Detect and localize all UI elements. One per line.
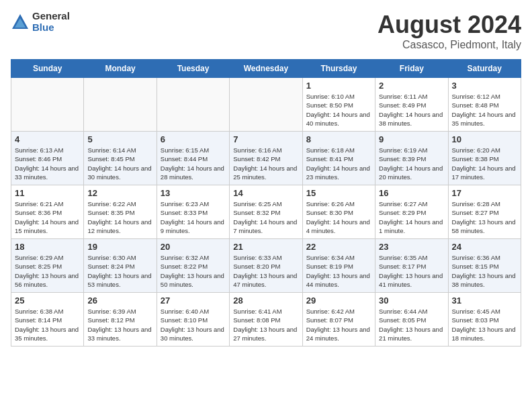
calendar-cell: 22Sunrise: 6:34 AM Sunset: 8:19 PM Dayli… (302, 239, 375, 293)
calendar-cell: 18Sunrise: 6:29 AM Sunset: 8:25 PM Dayli… (11, 239, 84, 293)
calendar-week-row-2: 11Sunrise: 6:21 AM Sunset: 8:36 PM Dayli… (11, 185, 521, 239)
calendar-cell: 12Sunrise: 6:22 AM Sunset: 8:35 PM Dayli… (84, 185, 157, 239)
day-number: 22 (306, 242, 371, 252)
calendar-week-row-1: 4Sunrise: 6:13 AM Sunset: 8:46 PM Daylig… (11, 132, 521, 185)
calendar-cell: 3Sunrise: 6:12 AM Sunset: 8:48 PM Daylig… (448, 78, 521, 132)
day-number: 14 (233, 188, 298, 198)
calendar-cell: 25Sunrise: 6:38 AM Sunset: 8:14 PM Dayli… (11, 293, 84, 347)
day-info: Sunrise: 6:15 AM Sunset: 8:44 PM Dayligh… (161, 146, 226, 181)
day-info: Sunrise: 6:14 AM Sunset: 8:45 PM Dayligh… (87, 146, 152, 181)
calendar-cell: 11Sunrise: 6:21 AM Sunset: 8:36 PM Dayli… (11, 185, 84, 239)
day-info: Sunrise: 6:18 AM Sunset: 8:41 PM Dayligh… (306, 146, 371, 181)
calendar-cell: 19Sunrise: 6:30 AM Sunset: 8:24 PM Dayli… (84, 239, 157, 293)
day-number: 31 (452, 295, 517, 306)
calendar-cell (230, 78, 302, 132)
day-info: Sunrise: 6:41 AM Sunset: 8:08 PM Dayligh… (233, 307, 298, 342)
day-info: Sunrise: 6:36 AM Sunset: 8:15 PM Dayligh… (452, 253, 517, 289)
calendar-cell: 15Sunrise: 6:26 AM Sunset: 8:30 PM Dayli… (302, 185, 375, 239)
day-number: 27 (161, 295, 226, 306)
day-info: Sunrise: 6:25 AM Sunset: 8:32 PM Dayligh… (233, 199, 298, 235)
calendar-cell: 5Sunrise: 6:14 AM Sunset: 8:45 PM Daylig… (84, 132, 157, 185)
day-number: 23 (379, 242, 444, 252)
day-info: Sunrise: 6:11 AM Sunset: 8:49 PM Dayligh… (379, 92, 444, 128)
calendar-cell: 10Sunrise: 6:20 AM Sunset: 8:38 PM Dayli… (448, 132, 521, 185)
day-info: Sunrise: 6:12 AM Sunset: 8:48 PM Dayligh… (452, 92, 517, 128)
day-number: 1 (306, 81, 371, 91)
day-info: Sunrise: 6:28 AM Sunset: 8:27 PM Dayligh… (452, 199, 517, 235)
day-info: Sunrise: 6:27 AM Sunset: 8:29 PM Dayligh… (379, 199, 444, 235)
day-number: 16 (379, 188, 444, 198)
day-info: Sunrise: 6:13 AM Sunset: 8:46 PM Dayligh… (15, 146, 80, 181)
day-info: Sunrise: 6:34 AM Sunset: 8:19 PM Dayligh… (306, 253, 371, 289)
day-number: 20 (161, 242, 226, 252)
weekday-header-saturday: Saturday (448, 60, 521, 78)
calendar-cell: 28Sunrise: 6:41 AM Sunset: 8:08 PM Dayli… (230, 293, 302, 347)
day-info: Sunrise: 6:19 AM Sunset: 8:39 PM Dayligh… (379, 146, 444, 181)
weekday-header-thursday: Thursday (302, 60, 375, 78)
calendar-cell: 21Sunrise: 6:33 AM Sunset: 8:20 PM Dayli… (230, 239, 302, 293)
day-info: Sunrise: 6:33 AM Sunset: 8:20 PM Dayligh… (233, 253, 298, 289)
calendar-cell: 17Sunrise: 6:28 AM Sunset: 8:27 PM Dayli… (448, 185, 521, 239)
calendar-cell: 8Sunrise: 6:18 AM Sunset: 8:41 PM Daylig… (302, 132, 375, 185)
day-number: 25 (15, 295, 80, 306)
calendar-cell: 20Sunrise: 6:32 AM Sunset: 8:22 PM Dayli… (157, 239, 229, 293)
day-number: 18 (15, 242, 80, 252)
calendar-cell: 26Sunrise: 6:39 AM Sunset: 8:12 PM Dayli… (84, 293, 157, 347)
day-info: Sunrise: 6:16 AM Sunset: 8:42 PM Dayligh… (233, 146, 298, 181)
day-number: 8 (306, 134, 371, 144)
day-info: Sunrise: 6:20 AM Sunset: 8:38 PM Dayligh… (452, 146, 517, 181)
day-info: Sunrise: 6:23 AM Sunset: 8:33 PM Dayligh… (161, 199, 226, 235)
calendar-cell: 13Sunrise: 6:23 AM Sunset: 8:33 PM Dayli… (157, 185, 229, 239)
day-number: 21 (233, 242, 298, 252)
calendar-subtitle: Casasco, Piedmont, Italy (378, 39, 521, 51)
logo-general-text: General (32, 11, 70, 22)
calendar-cell: 4Sunrise: 6:13 AM Sunset: 8:46 PM Daylig… (11, 132, 84, 185)
calendar-header: SundayMondayTuesdayWednesdayThursdayFrid… (11, 60, 521, 78)
day-number: 2 (379, 81, 444, 91)
calendar-cell (157, 78, 229, 132)
day-number: 3 (452, 81, 517, 91)
calendar-week-row-4: 25Sunrise: 6:38 AM Sunset: 8:14 PM Dayli… (11, 293, 521, 347)
day-info: Sunrise: 6:10 AM Sunset: 8:50 PM Dayligh… (306, 92, 371, 128)
calendar-cell: 31Sunrise: 6:45 AM Sunset: 8:03 PM Dayli… (448, 293, 521, 347)
calendar-cell (11, 78, 84, 132)
calendar-cell: 2Sunrise: 6:11 AM Sunset: 8:49 PM Daylig… (375, 78, 448, 132)
calendar-cell: 16Sunrise: 6:27 AM Sunset: 8:29 PM Dayli… (375, 185, 448, 239)
day-info: Sunrise: 6:35 AM Sunset: 8:17 PM Dayligh… (379, 253, 444, 289)
day-number: 7 (233, 134, 298, 144)
weekday-header-monday: Monday (84, 60, 157, 78)
day-info: Sunrise: 6:45 AM Sunset: 8:03 PM Dayligh… (452, 307, 517, 342)
day-number: 5 (87, 134, 152, 144)
day-info: Sunrise: 6:38 AM Sunset: 8:14 PM Dayligh… (15, 307, 80, 342)
day-info: Sunrise: 6:42 AM Sunset: 8:07 PM Dayligh… (306, 307, 371, 342)
day-info: Sunrise: 6:39 AM Sunset: 8:12 PM Dayligh… (87, 307, 152, 342)
day-number: 15 (306, 188, 371, 198)
logo-blue-text: Blue (32, 22, 70, 34)
calendar-week-row-0: 1Sunrise: 6:10 AM Sunset: 8:50 PM Daylig… (11, 78, 521, 132)
calendar-title: August 2024 (378, 11, 521, 39)
weekday-header-sunday: Sunday (11, 60, 84, 78)
day-number: 4 (15, 134, 80, 144)
logo-text: General Blue (32, 11, 70, 33)
day-number: 11 (15, 188, 80, 198)
calendar-cell: 29Sunrise: 6:42 AM Sunset: 8:07 PM Dayli… (302, 293, 375, 347)
day-number: 19 (87, 242, 152, 252)
weekday-header-tuesday: Tuesday (157, 60, 229, 78)
day-info: Sunrise: 6:22 AM Sunset: 8:35 PM Dayligh… (87, 199, 152, 235)
calendar-cell: 27Sunrise: 6:40 AM Sunset: 8:10 PM Dayli… (157, 293, 229, 347)
day-info: Sunrise: 6:32 AM Sunset: 8:22 PM Dayligh… (161, 253, 226, 289)
day-number: 30 (379, 295, 444, 306)
logo: General Blue (11, 11, 70, 33)
day-number: 12 (87, 188, 152, 198)
day-number: 9 (379, 134, 444, 144)
day-number: 17 (452, 188, 517, 198)
calendar-table: SundayMondayTuesdayWednesdayThursdayFrid… (11, 59, 521, 347)
calendar-cell: 7Sunrise: 6:16 AM Sunset: 8:42 PM Daylig… (230, 132, 302, 185)
calendar-cell: 6Sunrise: 6:15 AM Sunset: 8:44 PM Daylig… (157, 132, 229, 185)
weekday-header-wednesday: Wednesday (230, 60, 302, 78)
header: General Blue August 2024 Casasco, Piedmo… (11, 11, 521, 51)
logo-icon (11, 13, 30, 32)
weekday-header-friday: Friday (375, 60, 448, 78)
day-info: Sunrise: 6:40 AM Sunset: 8:10 PM Dayligh… (161, 307, 226, 342)
calendar-cell: 23Sunrise: 6:35 AM Sunset: 8:17 PM Dayli… (375, 239, 448, 293)
